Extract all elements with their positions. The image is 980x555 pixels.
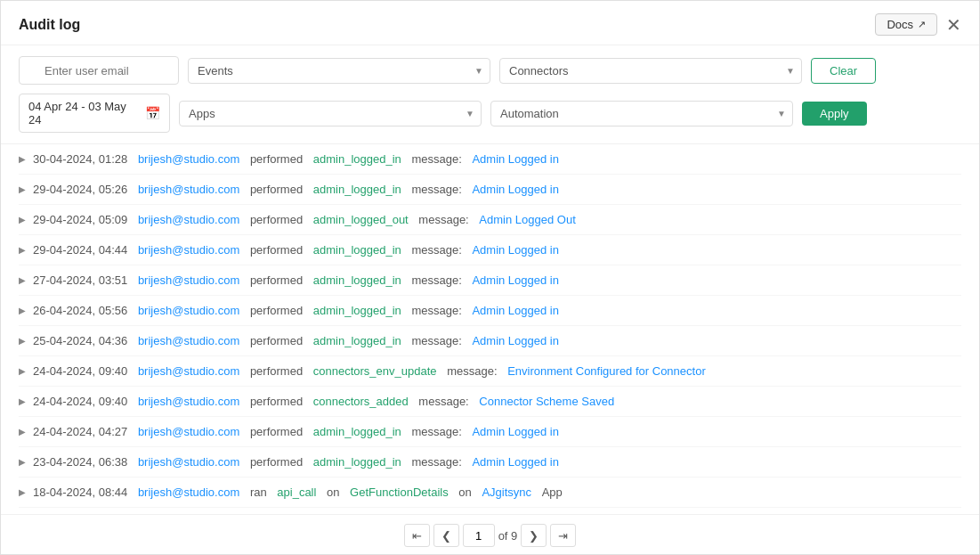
log-date: 24-04-2024, 04:27 [33,425,127,438]
close-button[interactable]: ✕ [946,16,961,34]
apply-button[interactable]: Apply [802,102,867,126]
log-row: ▶29-04-2024, 05:09 brijesh@studio.com pe… [19,205,961,235]
log-email[interactable]: brijesh@studio.com [138,395,239,408]
log-app-name[interactable]: AJgitsync [482,486,531,499]
log-message: Admin Logged Out [479,213,575,226]
expand-row-icon[interactable]: ▶ [19,306,26,315]
log-email[interactable]: brijesh@studio.com [138,486,239,499]
log-ran: ran [250,486,267,499]
apps-select[interactable]: Apps [179,101,482,127]
log-on-2: on [458,486,471,499]
log-email[interactable]: brijesh@studio.com [138,334,239,347]
expand-row-icon[interactable]: ▶ [19,396,26,406]
events-select[interactable]: Events [188,58,490,84]
log-action[interactable]: admin_logged_in [313,152,401,166]
last-page-button[interactable]: ⇥ [550,524,576,547]
log-action[interactable]: connectors_added [313,395,409,408]
docs-label: Docs [887,18,913,31]
log-message-label: message: [418,213,468,226]
automation-select[interactable]: Automation [490,101,793,127]
expand-row-icon[interactable]: ▶ [19,184,26,194]
log-message: Admin Logged in [472,425,559,438]
log-action[interactable]: admin_logged_out [313,213,409,226]
expand-row-icon[interactable]: ▶ [19,366,26,376]
log-action[interactable]: admin_logged_in [313,425,401,438]
automation-select-wrapper: Automation ▼ [490,101,793,127]
log-email[interactable]: brijesh@studio.com [138,213,239,226]
log-email[interactable]: brijesh@studio.com [138,304,239,317]
log-action[interactable]: admin_logged_in [313,243,401,257]
filters-bottom-row: 04 Apr 24 - 03 May 24 📅 Apps ▼ Automatio… [19,94,961,133]
search-wrapper: 🔍 [19,56,179,85]
log-action-api[interactable]: api_call [277,486,316,499]
modal-header: Audit log Docs ↗ ✕ [1,1,979,45]
log-date: 29-04-2024, 05:26 [33,183,127,196]
log-function[interactable]: GetFunctionDetails [350,486,449,499]
external-link-icon: ↗ [918,19,926,30]
expand-row-icon[interactable]: ▶ [19,275,26,285]
expand-row-icon[interactable]: ▶ [19,215,26,224]
log-performed: performed [250,395,303,408]
log-message: Admin Logged in [472,455,559,469]
log-message-label: message: [411,425,461,438]
log-email[interactable]: brijesh@studio.com [138,183,239,196]
log-action[interactable]: connectors_env_update [313,364,437,378]
log-row: ▶30-04-2024, 01:28 brijesh@studio.com pe… [19,144,961,175]
log-row: ▶29-04-2024, 04:44 brijesh@studio.com pe… [19,235,961,265]
next-page-button[interactable]: ❯ [521,524,547,547]
log-email[interactable]: brijesh@studio.com [138,243,239,257]
clear-button[interactable]: Clear [811,58,876,84]
log-performed: performed [250,364,303,378]
log-date: 24-04-2024, 09:40 [33,395,127,408]
log-email[interactable]: brijesh@studio.com [138,425,239,438]
prev-page-button[interactable]: ❮ [433,524,459,547]
first-page-button[interactable]: ⇤ [404,524,430,547]
page-number-input[interactable]: 1 [463,524,495,547]
log-email[interactable]: brijesh@studio.com [138,364,239,378]
log-action[interactable]: admin_logged_in [313,183,401,196]
log-performed: performed [250,455,303,469]
log-action[interactable]: admin_logged_in [313,455,401,469]
expand-row-icon[interactable]: ▶ [19,245,26,255]
date-range-picker[interactable]: 04 Apr 24 - 03 May 24 📅 [19,94,170,133]
total-pages: 9 [511,529,517,543]
log-performed: performed [250,183,303,196]
log-message: Connector Scheme Saved [479,395,614,408]
log-action[interactable]: admin_logged_in [313,334,401,347]
log-row: ▶26-04-2024, 05:56 brijesh@studio.com pe… [19,296,961,326]
log-on-1: on [327,486,339,499]
log-message: Admin Logged in [472,152,559,166]
log-row: ▶29-04-2024, 05:26 brijesh@studio.com pe… [19,175,961,205]
expand-row-icon[interactable]: ▶ [19,487,26,497]
expand-row-icon[interactable]: ▶ [19,336,26,346]
connectors-select[interactable]: Connectors [499,58,802,84]
log-date: 18-04-2024, 08:44 [33,486,127,499]
log-message: Admin Logged in [472,243,559,257]
expand-row-icon[interactable]: ▶ [19,154,26,164]
expand-row-icon[interactable]: ▶ [19,457,26,467]
docs-button[interactable]: Docs ↗ [875,13,937,36]
log-email[interactable]: brijesh@studio.com [138,273,239,287]
log-date: 26-04-2024, 05:56 [33,304,127,317]
log-row: ▶27-04-2024, 03:51 brijesh@studio.com pe… [19,265,961,296]
log-message: Admin Logged in [472,304,559,317]
log-email[interactable]: brijesh@studio.com [138,455,239,469]
log-action[interactable]: admin_logged_in [313,273,401,287]
log-row: ▶24-04-2024, 09:40 brijesh@studio.com pe… [19,356,961,387]
log-row: ▶24-04-2024, 04:27 brijesh@studio.com pe… [19,417,961,447]
log-message: Environment Configured for Connector [507,364,706,378]
log-message-label: message: [447,364,497,378]
log-row: ▶18-04-2024, 08:44 brijesh@studio.com ra… [19,477,961,508]
user-email-search[interactable] [19,56,179,85]
log-email[interactable]: brijesh@studio.com [138,152,239,166]
date-range-value: 04 Apr 24 - 03 May 24 [28,100,138,127]
log-message-label: message: [411,334,461,347]
log-message-label: message: [411,183,461,196]
filters-section: 🔍 Events ▼ Connectors ▼ Clear [1,45,979,144]
log-performed: performed [250,152,303,166]
log-date: 29-04-2024, 05:09 [33,213,127,226]
expand-row-icon[interactable]: ▶ [19,427,26,437]
log-message: Admin Logged in [472,273,559,287]
log-date: 25-04-2024, 04:36 [33,334,127,347]
log-action[interactable]: admin_logged_in [313,304,401,317]
